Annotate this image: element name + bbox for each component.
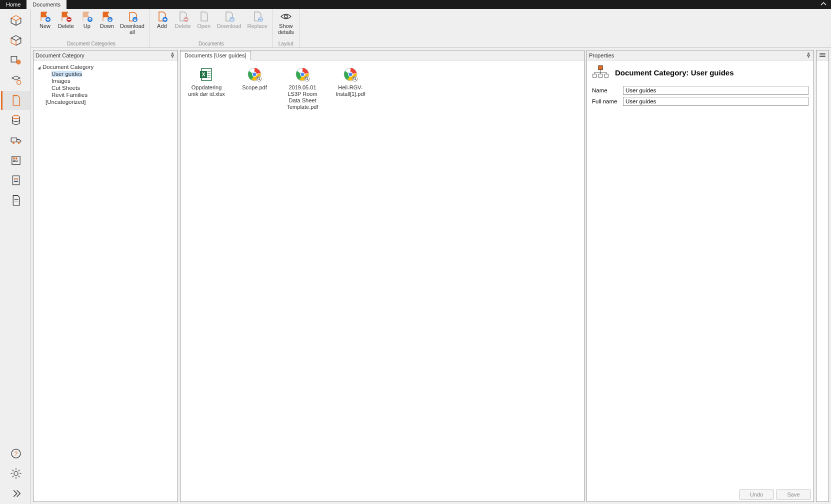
doc-open-icon xyxy=(198,11,210,22)
nav-cube-1[interactable] xyxy=(1,11,30,30)
ribbon-open-button[interactable]: Open xyxy=(195,10,213,41)
document-item[interactable]: Scope.pdf xyxy=(234,66,274,91)
svg-point-48 xyxy=(252,72,256,76)
nav-settings[interactable] xyxy=(1,464,30,483)
ribbon-group-layout: Show details Layout xyxy=(273,9,300,47)
nav-help[interactable]: ? xyxy=(1,444,30,463)
ribbon-replace-button[interactable]: Replace xyxy=(246,10,270,41)
pin-icon[interactable] xyxy=(170,52,176,58)
ribbon: New Delete Up xyxy=(31,9,831,48)
tree-item-images[interactable]: Images xyxy=(36,77,176,84)
nav-expand[interactable] xyxy=(1,484,30,503)
prop-fullname-label: Full name xyxy=(592,98,619,104)
eye-icon xyxy=(280,11,292,22)
svg-line-26 xyxy=(18,476,20,477)
flag-up-icon xyxy=(80,11,94,22)
properties-heading: Document Category: User guides xyxy=(615,68,734,77)
ribbon-download-all-label: Download all xyxy=(120,23,144,35)
nav-building[interactable] xyxy=(1,151,30,170)
ribbon-delete-category-label: Delete xyxy=(58,23,74,29)
ribbon-download-label: Download xyxy=(217,23,242,29)
save-button[interactable]: Save xyxy=(776,490,810,500)
svg-rect-64 xyxy=(598,65,603,70)
svg-rect-9 xyxy=(16,157,17,159)
ribbon-down-label: Down xyxy=(100,23,114,29)
ribbon-delete-document-label: Delete xyxy=(175,23,191,29)
panel-props-header: Properties xyxy=(587,50,814,60)
svg-rect-4 xyxy=(11,138,16,142)
ribbon-delete-category-button[interactable]: Delete xyxy=(56,10,76,41)
nav-documents[interactable] xyxy=(1,91,30,110)
ribbon-add-button[interactable]: Add xyxy=(153,10,171,41)
panel-docs-title-tab[interactable]: Documents [User guides] xyxy=(180,51,251,60)
nav-truck[interactable] xyxy=(1,131,30,150)
document-grid: XOppdatering unik dør id.xlsxScope.pdf20… xyxy=(180,60,584,116)
svg-rect-8 xyxy=(13,157,14,159)
document-filename: 2019.05.01 LS3P Room Data Sheet Template… xyxy=(282,84,322,110)
tree-root[interactable]: Document Category xyxy=(36,63,176,70)
ribbon-group-caption-2: Documents xyxy=(198,41,224,47)
panel-tree-title: Document Category xyxy=(36,52,170,58)
svg-line-25 xyxy=(12,470,14,471)
doc-replace-icon xyxy=(251,11,264,22)
document-item[interactable]: Heil-RGV-Install[1].pdf xyxy=(330,66,370,97)
nav-components[interactable] xyxy=(1,71,30,90)
tree-item-uncategorized[interactable]: [Uncategorized] xyxy=(36,98,176,105)
svg-rect-71 xyxy=(599,74,602,77)
ribbon-add-label: Add xyxy=(157,23,167,29)
panel-document-category: Document Category Document Category User… xyxy=(33,50,178,502)
ribbon-collapse-icon[interactable] xyxy=(820,1,827,8)
properties-footer: Undo Save xyxy=(587,488,814,502)
nav-products[interactable] xyxy=(1,51,30,70)
document-item[interactable]: XOppdatering unik dør id.xlsx xyxy=(186,66,226,97)
ribbon-delete-document-button[interactable]: Delete xyxy=(173,10,193,41)
ribbon-group-documents: Add Delete Open xyxy=(150,9,273,47)
tab-home[interactable]: Home xyxy=(0,0,26,9)
flag-minus-icon xyxy=(60,11,72,22)
category-tree: Document Category User guides Images Cut… xyxy=(34,60,178,108)
doc-plus-icon xyxy=(156,11,168,22)
ribbon-up-button[interactable]: Up xyxy=(78,10,96,41)
nav-database[interactable] xyxy=(1,111,30,130)
flag-down-icon xyxy=(100,11,114,22)
excel-icon: X xyxy=(198,66,214,82)
svg-rect-12 xyxy=(13,176,20,185)
svg-line-28 xyxy=(18,470,20,471)
hierarchy-icon xyxy=(592,64,609,81)
ribbon-down-button[interactable]: Down xyxy=(98,10,116,41)
svg-line-27 xyxy=(12,476,14,477)
nav-sheet[interactable] xyxy=(1,191,30,210)
ribbon-group-caption-3: Layout xyxy=(278,41,294,47)
nav-cube-2[interactable] xyxy=(1,31,30,50)
prop-name-input[interactable] xyxy=(623,86,808,95)
pin-icon[interactable] xyxy=(806,52,812,58)
ribbon-new-button[interactable]: New xyxy=(36,10,54,41)
undo-button[interactable]: Undo xyxy=(740,490,774,500)
prop-name-label: Name xyxy=(592,87,619,93)
doc-minus-icon xyxy=(176,11,190,22)
tree-item-revit-families[interactable]: Revit Families xyxy=(36,91,176,98)
svg-text:?: ? xyxy=(14,451,18,457)
left-navigation: ? xyxy=(0,9,31,504)
document-item[interactable]: 2019.05.01 LS3P Room Data Sheet Template… xyxy=(282,66,322,110)
ribbon-open-label: Open xyxy=(197,23,210,29)
document-filename: Oppdatering unik dør id.xlsx xyxy=(186,84,226,97)
prop-fullname-input[interactable] xyxy=(623,97,808,106)
panel-collapsed[interactable] xyxy=(816,50,829,502)
svg-point-1 xyxy=(16,59,21,64)
svg-point-60 xyxy=(348,72,352,76)
ribbon-show-details-button[interactable]: Show details xyxy=(276,10,296,41)
tree-item-user-guides[interactable]: User guides xyxy=(36,70,176,77)
nav-report[interactable] xyxy=(1,171,30,190)
list-view-icon[interactable] xyxy=(818,52,826,58)
document-filename: Heil-RGV-Install[1].pdf xyxy=(330,84,370,97)
tab-documents[interactable]: Documents xyxy=(26,0,66,9)
ribbon-download-button[interactable]: Download xyxy=(215,10,244,41)
svg-rect-11 xyxy=(16,160,17,161)
ribbon-download-all-button[interactable]: Download all xyxy=(118,10,146,41)
chrome-pdf-icon xyxy=(342,66,358,82)
tree-item-cut-sheets[interactable]: Cut Sheets xyxy=(36,84,176,91)
doc-download-icon xyxy=(222,11,236,22)
panel-properties: Properties Document Category: User guide… xyxy=(586,50,814,502)
svg-point-5 xyxy=(12,142,14,144)
